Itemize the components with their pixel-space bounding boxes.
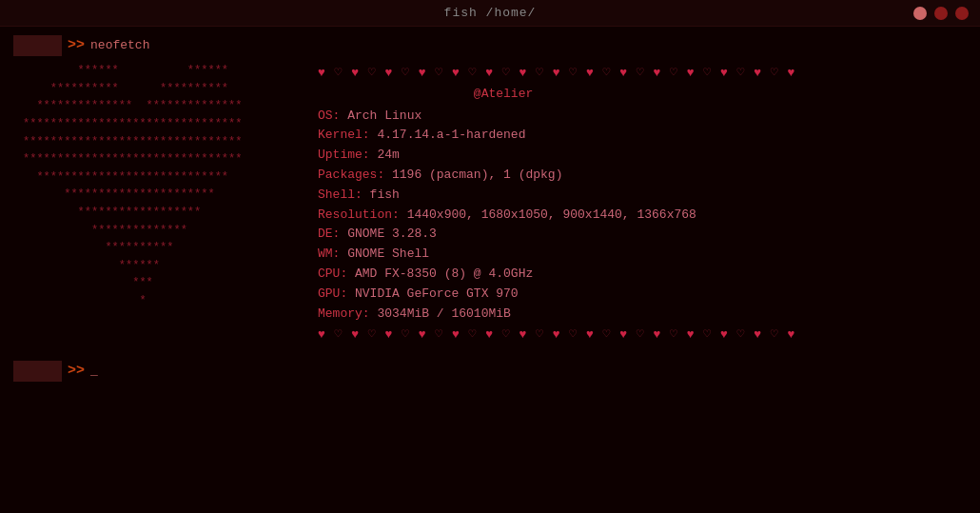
- art-line: ********************************: [23, 150, 308, 168]
- prompt-line-2: >> _: [13, 360, 967, 382]
- resolution-label: Resolution:: [318, 207, 407, 222]
- ascii-art: ****** ****** ********** ********** ****…: [13, 62, 308, 346]
- kernel-label: Kernel:: [318, 128, 377, 142]
- resolution-line: Resolution: 1440x900, 1680x1050, 900x144…: [318, 206, 967, 226]
- prompt-dir-2: [13, 361, 62, 382]
- window-title: fish /home/: [444, 6, 537, 20]
- art-line: ********************************: [23, 133, 308, 151]
- system-info: ♥ ♡ ♥ ♡ ♥ ♡ ♥ ♡ ♥ ♡ ♥ ♡ ♥ ♡ ♥ ♡ ♥ ♡ ♥ ♡ …: [308, 62, 967, 346]
- de-value: GNOME 3.28.3: [347, 227, 437, 241]
- art-line: ******: [23, 257, 308, 275]
- art-line: ******************: [23, 204, 308, 222]
- art-line: ********** **********: [23, 80, 308, 98]
- art-line: **************: [23, 222, 308, 240]
- resolution-value: 1440x900, 1680x1050, 900x1440, 1366x768: [407, 207, 696, 222]
- maximize-button[interactable]: [955, 7, 969, 20]
- shell-line: Shell: fish: [318, 186, 967, 206]
- close-button[interactable]: [913, 7, 927, 20]
- packages-label: Packages:: [318, 168, 392, 182]
- prompt-arrow-2: >>: [68, 360, 85, 382]
- shell-label: Shell:: [318, 187, 370, 202]
- uptime-value: 24m: [377, 148, 399, 162]
- username-display: @Atelier: [318, 85, 967, 104]
- kernel-line: Kernel: 4.17.14.a-1-hardened: [318, 126, 967, 146]
- de-line: DE: GNOME 3.28.3: [318, 225, 967, 245]
- os-line: OS: Arch Linux: [318, 107, 967, 127]
- terminal-cursor: _: [90, 362, 98, 381]
- packages-line: Packages: 1196 (pacman), 1 (dpkg): [318, 166, 967, 186]
- memory-value: 3034MiB / 16010MiB: [377, 306, 510, 321]
- art-line: ************** **************: [23, 97, 308, 115]
- uptime-label: Uptime:: [318, 148, 377, 162]
- wm-value: GNOME Shell: [347, 247, 429, 261]
- cpu-line: CPU: AMD FX-8350 (8) @ 4.0GHz: [318, 265, 967, 285]
- os-label: OS:: [318, 109, 347, 123]
- gpu-value: NVIDIA GeForce GTX 970: [355, 286, 519, 301]
- os-value: Arch Linux: [347, 109, 421, 123]
- wm-label: WM:: [318, 247, 347, 261]
- gpu-line: GPU: NVIDIA GeForce GTX 970: [318, 285, 967, 305]
- cpu-value: AMD FX-8350 (8) @ 4.0GHz: [355, 266, 533, 281]
- memory-line: Memory: 3034MiB / 16010MiB: [318, 305, 967, 325]
- art-line: ********************************: [23, 115, 308, 133]
- gpu-label: GPU:: [318, 286, 355, 301]
- art-line: **********************: [23, 186, 308, 204]
- art-line: ***: [23, 274, 308, 292]
- memory-label: Memory:: [318, 306, 377, 321]
- prompt-line-1: >> neofetch: [13, 34, 967, 56]
- titlebar: fish /home/: [0, 0, 980, 27]
- hearts-bottom-row: ♥ ♡ ♥ ♡ ♥ ♡ ♥ ♡ ♥ ♡ ♥ ♡ ♥ ♡ ♥ ♡ ♥ ♡ ♥ ♡ …: [318, 326, 967, 345]
- hearts-top-row: ♥ ♡ ♥ ♡ ♥ ♡ ♥ ♡ ♥ ♡ ♥ ♡ ♥ ♡ ♥ ♡ ♥ ♡ ♥ ♡ …: [318, 64, 967, 83]
- art-line: ****** ******: [23, 62, 308, 80]
- terminal-content: >> neofetch ****** ****** ********** ***…: [0, 27, 980, 390]
- art-line: ****************************: [23, 168, 308, 187]
- minimize-button[interactable]: [934, 7, 948, 20]
- username: @Atelier: [474, 87, 533, 101]
- content-area: ****** ****** ********** ********** ****…: [13, 62, 967, 346]
- art-line: **********: [23, 239, 308, 257]
- cpu-label: CPU:: [318, 266, 355, 281]
- prompt-arrow-1: >>: [68, 34, 85, 56]
- uptime-line: Uptime: 24m: [318, 146, 967, 166]
- kernel-value: 4.17.14.a-1-hardened: [377, 128, 525, 142]
- art-line: *: [23, 292, 308, 310]
- prompt-dir-1: [13, 35, 62, 56]
- window-controls: [913, 7, 969, 20]
- de-label: DE:: [318, 227, 347, 241]
- packages-value: 1196 (pacman), 1 (dpkg): [392, 168, 562, 182]
- prompt-cmd-1: neofetch: [90, 36, 149, 55]
- shell-value: fish: [370, 187, 400, 202]
- wm-line: WM: GNOME Shell: [318, 245, 967, 265]
